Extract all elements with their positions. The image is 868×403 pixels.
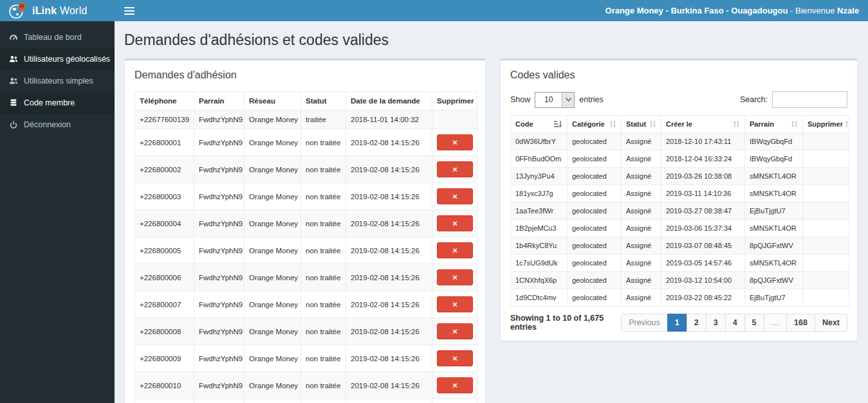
cell-statut: non traitée — [301, 156, 346, 183]
sidebar-item-deconnexion[interactable]: Déconnexion — [0, 114, 115, 136]
cell-supprimer: × — [432, 318, 477, 345]
cell-reseau: Orange Money — [245, 318, 301, 345]
table-row: 0dW36UfbrYgeolocatedAssigné2018-12-10 17… — [511, 133, 849, 150]
column-header-telephone: Téléphone — [135, 92, 194, 111]
column-header-parrain[interactable]: Parrain — [745, 116, 803, 133]
previous-page-button[interactable]: Previous — [621, 314, 668, 332]
cell-telephone: +226800001 — [135, 129, 194, 156]
sidebar-item-label: Utilisateurs géolocalisés — [24, 55, 110, 64]
panel-demandes-title: Demandes d'adhésion — [134, 69, 476, 81]
table-row: +226800006FwdhzYphN9Orange Moneynon trai… — [135, 264, 477, 291]
delete-button[interactable]: × — [437, 269, 473, 285]
delete-button[interactable]: × — [437, 350, 473, 366]
next-page-button[interactable]: Next — [815, 314, 847, 332]
cell-statut: Assigné — [622, 202, 661, 220]
pagination-ellipsis: … — [764, 314, 788, 332]
page-title: Demandes d'adhésions et codes valides — [124, 31, 858, 49]
table-row: 0FFhBudOOmgeolocatedAssigné2018-12-04 16… — [511, 150, 849, 168]
welcome-text: Orange Money - Burkina Faso - Ouagadougo… — [605, 6, 859, 15]
cell-statut: Assigné — [622, 272, 661, 289]
datatable-controls: Show 10 entries Search: — [510, 91, 847, 108]
sidebar-toggle[interactable] — [124, 7, 134, 15]
panel-demandes-adhesion: Demandes d'adhésion TéléphoneParrainRése… — [124, 58, 486, 403]
table-row: 1d9CDtc4mvgeolocatedAssigné2019-03-22 08… — [511, 289, 849, 307]
users-icon — [9, 55, 18, 64]
cell-reseau: Orange Money — [245, 399, 301, 403]
cell-creer_le: 2019-03-26 10:38:08 — [661, 168, 745, 185]
page-button-3[interactable]: 3 — [706, 314, 726, 332]
table-row: 181yxc3J7ggeolocatedAssigné2019-03-11 14… — [511, 185, 849, 202]
cell-code: 181yxc3J7g — [511, 185, 568, 202]
cell-reseau: Orange Money — [245, 111, 301, 129]
cell-supprimer — [432, 111, 477, 129]
entries-select[interactable]: 10 — [535, 92, 575, 108]
cell-supprimer — [803, 133, 849, 150]
cell-supprimer — [803, 202, 849, 220]
brand-logo[interactable]: $ iLink World — [0, 0, 115, 21]
cell-statut: Assigné — [622, 289, 661, 307]
search-input[interactable] — [772, 91, 847, 108]
cell-categorie: geolocated — [568, 150, 622, 168]
sidebar-item-code-membre[interactable]: Code membre — [0, 92, 115, 114]
column-header-categorie[interactable]: Catégorie — [568, 116, 622, 133]
cell-statut: non traitée — [301, 372, 346, 399]
cell-date: 2018-11-01 14:00:32 — [346, 111, 432, 129]
delete-button[interactable]: × — [437, 161, 473, 177]
demandes-table: TéléphoneParrainRéseauStatutDate de la d… — [134, 91, 477, 403]
cell-parrain: FwdhzYphN9 — [194, 156, 245, 183]
delete-button[interactable]: × — [437, 134, 473, 150]
column-header-reseau: Réseau — [245, 92, 301, 111]
cell-telephone: +226800009 — [135, 345, 194, 372]
cell-statut: Assigné — [622, 150, 661, 168]
cell-creer_le: 2019-03-22 08:45:22 — [661, 289, 745, 307]
cell-parrain: FwdhzYphN9 — [194, 345, 245, 372]
delete-button[interactable]: × — [437, 188, 473, 204]
cell-telephone: +226800004 — [135, 210, 194, 237]
panel-codes-valides: Codes valides Show 10 entries Search: — [500, 58, 858, 341]
column-label: Supprimer — [808, 120, 843, 128]
cell-categorie: geolocated — [568, 168, 622, 185]
sidebar-item-utilisateurs-geolocalises[interactable]: Utilisateurs géolocalisés — [0, 48, 115, 70]
cell-categorie: geolocated — [568, 133, 622, 150]
cell-supprimer — [803, 237, 849, 255]
column-header-date-de-la-demande: Date de la demande — [346, 92, 432, 111]
codes-header-row: CodeCatégorieStatutCréer leParrainSuppri… — [511, 116, 849, 133]
datatable-footer: Showing 1 to 10 of 1,675 entries Previou… — [510, 314, 847, 332]
sidebar-item-tableau-de-bord[interactable]: Tableau de bord — [0, 26, 115, 48]
delete-button[interactable]: × — [437, 323, 473, 339]
welcome-part: Bienvenue — [795, 6, 837, 15]
cell-code: 13Jyny3Pu4 — [511, 168, 568, 185]
column-header-creer-le[interactable]: Créer le — [661, 116, 745, 133]
delete-button[interactable]: × — [437, 377, 473, 393]
page-button-4[interactable]: 4 — [725, 314, 745, 332]
delete-button[interactable]: × — [437, 242, 473, 258]
delete-button[interactable]: × — [437, 296, 473, 312]
cell-statut: non traitée — [301, 345, 346, 372]
column-header-supprimer[interactable]: Supprimer — [803, 116, 849, 133]
cell-parrain: sMNSKTL4OR — [745, 185, 803, 202]
sidebar-item-label: Tableau de bord — [24, 33, 82, 42]
cell-date: 2019-02-08 14:15:26 — [346, 372, 432, 399]
sort-both-icon — [647, 120, 656, 128]
cell-date: 2019-02-08 14:15:26 — [346, 345, 432, 372]
column-header-statut[interactable]: Statut — [622, 116, 661, 133]
page-button-168[interactable]: 168 — [786, 314, 815, 332]
welcome-part: - — [788, 6, 795, 15]
column-label: Statut — [626, 120, 646, 128]
cell-statut: non traitée — [301, 264, 346, 291]
cell-telephone: +226800008 — [135, 318, 194, 345]
cell-code: 1B2pjeMCu3 — [511, 220, 568, 237]
column-header-code[interactable]: Code — [511, 116, 568, 133]
sidebar-item-label: Déconnexion — [24, 120, 71, 129]
cell-reseau: Orange Money — [245, 183, 301, 210]
table-row: +226800001FwdhzYphN9Orange Moneynon trai… — [135, 129, 477, 156]
cell-date: 2019-02-08 14:15:26 — [346, 264, 432, 291]
delete-button[interactable]: × — [437, 215, 473, 231]
hamburger-icon — [124, 7, 134, 8]
page-button-1[interactable]: 1 — [667, 314, 687, 332]
sidebar-item-utilisateurs-simples[interactable]: Utilisateurs simples — [0, 70, 115, 92]
page-button-5[interactable]: 5 — [744, 314, 764, 332]
cell-parrain: sMNSKTL4OR — [745, 220, 803, 237]
cell-supprimer: × — [432, 372, 477, 399]
page-button-2[interactable]: 2 — [687, 314, 706, 332]
